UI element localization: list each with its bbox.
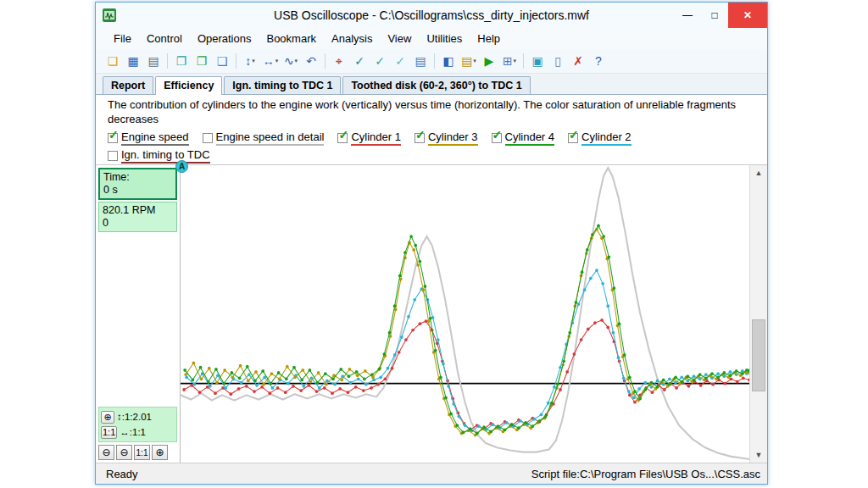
menu-help[interactable]: Help	[470, 30, 508, 47]
tab-toothed-disk-60-2-360-to-tdc-1[interactable]: Toothed disk (60-2, 360°) to TDC 1	[342, 76, 530, 94]
menu-control[interactable]: Control	[139, 30, 190, 47]
series-cylinder-4-point	[339, 368, 342, 371]
checkbox[interactable]: ✓	[415, 133, 425, 143]
toggle-engine-speed-in-detail[interactable]: Engine speed in detail	[203, 131, 325, 146]
print-icon[interactable]: ▤	[144, 53, 163, 70]
zoom-out-vertical-button[interactable]: ⊖	[98, 445, 114, 460]
marker-a-badge[interactable]: A	[175, 160, 188, 173]
menu-analysis[interactable]: Analysis	[324, 30, 380, 47]
help-icon[interactable]: ?	[589, 53, 608, 70]
rpm-readout[interactable]: 820.1 RPM 0	[98, 202, 177, 232]
zoom-reset-button[interactable]: 1:1	[134, 445, 150, 460]
menu-operations[interactable]: Operations	[190, 30, 259, 47]
vertical-ruler-icon[interactable]: ↕▾	[241, 53, 259, 70]
series-cylinder-4-point	[656, 385, 659, 389]
chart-svg	[181, 165, 749, 463]
undo-icon[interactable]: ↶	[302, 53, 320, 70]
toggle-label: Cylinder 3	[428, 131, 478, 146]
chevron-down-icon[interactable]: ▾	[295, 58, 298, 64]
save-icon[interactable]: ▦	[124, 53, 142, 70]
tab-efficiency[interactable]: Efficiency	[155, 76, 222, 95]
scroll-up-icon[interactable]: ▲	[750, 165, 767, 180]
series-cylinder-4-point	[643, 388, 647, 391]
run-script-icon[interactable]: ▶	[480, 53, 498, 70]
report-list-icon[interactable]: ▤	[411, 53, 430, 70]
series-cylinder-2-point	[413, 298, 416, 302]
menu-utilities[interactable]: Utilities	[419, 30, 470, 47]
zoom-out-horizontal-button[interactable]: ⊖	[116, 445, 132, 460]
menu-file[interactable]: File	[106, 30, 139, 47]
display-icon[interactable]: ▣	[528, 53, 547, 70]
selection-percent-icon[interactable]: ◧	[439, 53, 458, 70]
accept-2-icon[interactable]: ✓	[370, 53, 389, 70]
accept-1-icon[interactable]: ✓	[350, 53, 369, 70]
series-cylinder-2-point	[547, 402, 550, 405]
series-cylinder-1-point	[331, 391, 334, 395]
toggle-cylinder-3[interactable]: ✓Cylinder 3	[415, 131, 478, 146]
series-cylinder-4-point	[623, 353, 626, 357]
series-cylinder-2-point	[437, 338, 440, 341]
checkbox[interactable]: ✓	[568, 133, 578, 143]
chevron-down-icon[interactable]: ▾	[473, 58, 476, 64]
toggle-engine-speed[interactable]: ✓Engine speed	[108, 131, 189, 146]
series-cylinder-3-point	[317, 371, 320, 374]
menu-view[interactable]: View	[380, 30, 419, 47]
chart-area[interactable]	[181, 165, 749, 463]
series-cylinder-3-point	[301, 369, 304, 372]
series-cylinder-4-point	[581, 270, 584, 274]
checkbox[interactable]: ✓	[337, 133, 348, 143]
scrollbar-track[interactable]	[750, 180, 767, 447]
notes-icon[interactable]: ▯	[548, 53, 567, 70]
export-oscillogram-icon[interactable]: ❐	[192, 53, 211, 70]
grid-icon[interactable]: ⊞▾	[500, 53, 519, 70]
chevron-down-icon[interactable]: ▾	[514, 58, 517, 64]
series-cylinder-4-point	[550, 402, 554, 405]
scrollbar-thumb[interactable]	[752, 319, 765, 391]
vertical-scrollbar[interactable]: ▲ ▼	[749, 165, 767, 463]
copy-image-icon[interactable]: ❐	[172, 53, 191, 70]
reset-scale-button[interactable]: 1:1	[101, 426, 117, 439]
toggle-cylinder-2[interactable]: ✓Cylinder 2	[568, 131, 632, 146]
checkbox[interactable]	[108, 151, 118, 161]
chevron-down-icon[interactable]: ▾	[252, 58, 255, 64]
series-cylinder-2-point	[601, 282, 604, 286]
menu-bookmark[interactable]: Bookmark	[259, 30, 324, 47]
series-cylinder-2-point	[364, 383, 368, 386]
checkbox[interactable]: ✓	[492, 133, 502, 143]
toggle-ign-timing-to-tdc[interactable]: Ign. timing to TDC	[108, 149, 210, 164]
script-icon[interactable]: ▤▾	[459, 53, 478, 70]
toggle-label: Engine speed in detail	[216, 131, 325, 146]
series-cylinder-4-point	[434, 349, 437, 352]
cancel-measure-icon[interactable]: ⌖	[330, 53, 348, 70]
series-cylinder-4-point	[524, 421, 527, 424]
toggle-cylinder-4[interactable]: ✓Cylinder 4	[492, 131, 555, 146]
series-cylinder-1-point	[245, 385, 248, 388]
series-cylinder-4-point	[444, 396, 448, 399]
series-cylinder-2-point	[729, 370, 732, 374]
series-cylinder-2-point	[442, 362, 445, 365]
vertical-zoom-in-button[interactable]: ⊕	[101, 411, 114, 424]
series-cylinder-4-point	[439, 375, 442, 379]
series-cylinder-4-point	[292, 366, 296, 369]
series-cylinder-2-point	[693, 374, 696, 378]
delete-icon[interactable]: ✗	[569, 53, 587, 70]
time-readout[interactable]: Time: 0 s	[98, 168, 177, 200]
series-cylinder-4-point	[253, 379, 257, 382]
zoom-in-button[interactable]: ⊕	[152, 445, 168, 460]
tab-ign-timing-to-tdc-1[interactable]: Ign. timing to TDC 1	[224, 76, 341, 94]
scroll-down-icon[interactable]: ▼	[750, 447, 767, 463]
checkbox[interactable]: ✓	[108, 133, 118, 143]
measure-icon[interactable]: ∿▾	[281, 53, 300, 70]
chevron-down-icon[interactable]: ▾	[275, 58, 279, 64]
series-cylinder-3-point	[254, 370, 258, 374]
checkbox[interactable]	[203, 133, 213, 143]
tab-bar: ReportEfficiencyIgn. timing to TDC 1Toot…	[96, 74, 767, 95]
accept-3-icon[interactable]: ✓	[391, 53, 409, 70]
toggle-cylinder-1[interactable]: ✓Cylinder 1	[337, 131, 401, 146]
horizontal-ruler-icon[interactable]: ↔▾	[261, 53, 280, 70]
series-cylinder-1-point	[229, 392, 232, 396]
open-file-icon[interactable]: ❏	[103, 53, 122, 70]
new-page-icon[interactable]: ❑	[213, 53, 231, 70]
tab-report[interactable]: Report	[103, 76, 153, 94]
series-cylinder-1-point	[292, 385, 295, 388]
